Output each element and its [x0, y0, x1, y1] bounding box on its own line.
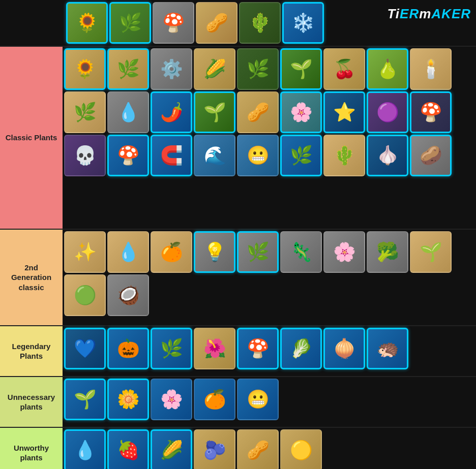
plant-laser-bean: ✨ — [64, 231, 106, 273]
classic-plants-row: Classic Plants 🌻 🌿 ⚙️ 🌽 🌿 🌱 🍒 🍐 🕯️ — [0, 47, 476, 230]
plant-homing-thistle: 🌱 — [410, 231, 452, 273]
plant-legend1: 💙 — [64, 328, 106, 369]
plant-sunflower-top: 🌻 — [66, 2, 108, 44]
legendary-content: 💙 🎃 🌿 🌺 🍄 🥬 🧅 🦔 — [63, 326, 476, 376]
plant-magnet-shroom: 🧲 — [151, 135, 192, 176]
plant-starfruit2: ⭐ — [323, 91, 365, 133]
plant-kernelpult: 🌽 — [194, 48, 235, 90]
unnecessary-row: Unnecessary plants 🌱 🌼 🌸 🍊 😬 — [0, 377, 476, 428]
unnecessary-label: Unnecessary plants — [0, 377, 63, 427]
plant-hypnoshroom: 🟣 — [367, 91, 408, 133]
legendary-label: Legendary Plants — [0, 326, 63, 376]
plant-guacodile: 🟢 — [64, 274, 106, 316]
plant-starfruit: 🌸 — [280, 91, 322, 133]
plant-scaredy-shroom: 💀 — [64, 135, 106, 176]
unworthy-content: 💧 🍓 🌽 🫐 🥜 🟡 — [63, 428, 476, 469]
classic-content: 🌻 🌿 ⚙️ 🌽 🌿 🌱 🍒 🍐 🕯️ 🌿 💧 — [63, 47, 476, 229]
plant-repeater: 🌿 — [107, 48, 149, 90]
plant-split-pea: 🌿 — [64, 91, 106, 133]
plant-pumpkin-weed: 🎃 — [107, 328, 149, 369]
plant-legend6: 🥬 — [280, 328, 322, 369]
plant-snowpea-top: ❄️ — [282, 2, 324, 44]
plant-unworthy1: 💧 — [64, 429, 106, 469]
plant-legend5: 🍄 — [237, 328, 279, 369]
plant-iceberg-lettuce: 💡 — [194, 231, 235, 273]
unworthy-label: Unworthy plants — [0, 428, 63, 469]
plant-citron: 🍊 — [151, 231, 192, 273]
plant-unworthy2: 🍓 — [107, 429, 149, 469]
plant-potato-mine: 🥔 — [410, 135, 452, 176]
plant-cherry-bomb: 🍒 — [323, 48, 365, 90]
plant-legend3: 🌿 — [151, 328, 192, 369]
plant-unworthy4: 🫐 — [194, 429, 235, 469]
plant-lightning-reed: 🌱 — [194, 91, 235, 133]
plant-legend7: 🧅 — [323, 328, 365, 369]
tiermaker-logo: TiERmAKER — [387, 6, 471, 22]
plant-wallnut-top: 🍄 — [153, 2, 194, 44]
plant-legend8: 🦔 — [367, 328, 408, 369]
plant-cactus-top: 🌵 — [239, 2, 281, 44]
plant-unnecessary5: 😬 — [237, 379, 279, 420]
plant-potato-top: 🥜 — [196, 2, 237, 44]
plant-squash: 🍐 — [367, 48, 408, 90]
plant-puffshroom: 🍄 — [410, 91, 452, 133]
plant-fume-shroom: 🦎 — [280, 231, 322, 273]
plant-tallnut: 🥜 — [237, 91, 279, 133]
plant-legend4: 🌺 — [194, 328, 235, 369]
plant-dandelion: 🌼 — [107, 379, 149, 420]
plant-cactus-classic: 🌵 — [323, 135, 365, 176]
plant-peashooter-top: 🌿 — [109, 2, 151, 44]
plant-torchwood: 🕯️ — [410, 48, 452, 90]
plant-unworthy3: 🌽 — [151, 429, 192, 469]
plant-chili-pepper: 🌶️ — [151, 91, 192, 133]
classic-label: Classic Plants — [0, 47, 63, 229]
plant-snapdragon: 💧 — [107, 231, 149, 273]
plant-unworthy5: 🥜 — [237, 429, 279, 469]
gen2-label: 2nd Generation classic — [0, 230, 63, 325]
gen2-row: 2nd Generation classic ✨ 💧 🍊 💡 🌿 🦎 🌸 🥦 — [0, 230, 476, 326]
plant-unworthy6: 🟡 — [280, 429, 322, 469]
plant-spikeweed: ⚙️ — [151, 48, 192, 90]
plant-daisy: 🌸 — [151, 379, 192, 420]
legendary-row: Legendary Plants 💙 🎃 🌿 🌺 🍄 🥬 🧅 🦔 — [0, 326, 476, 377]
plant-garlic: 🧄 — [367, 135, 408, 176]
plant-lily-pad: 🌿 — [280, 135, 322, 176]
plant-spitter: 🌿 — [237, 48, 279, 90]
plant-gatling-pea: 🌱 — [280, 48, 322, 90]
plant-twin-sunflower: 🌻 — [64, 48, 106, 90]
plant-unnecessary1: 🌱 — [64, 379, 106, 420]
plant-cattail: 💧 — [107, 91, 149, 133]
unworthy-row: Unworthy plants 💧 🍓 🌽 🫐 🥜 🟡 — [0, 428, 476, 469]
plant-aqua-shroom: 🌊 — [194, 135, 235, 176]
unnecessary-content: 🌱 🌼 🌸 🍊 😬 — [63, 377, 476, 427]
plant-grave-buster: 🌿 — [237, 231, 279, 273]
plant-unnecessary4: 🍊 — [194, 379, 235, 420]
plant-sun-shroom: 🍄 — [107, 135, 149, 176]
plant-chomper: 😬 — [237, 135, 279, 176]
plant-coconut-cannon: 🥥 — [107, 274, 149, 316]
plant-sun-bean: 🌸 — [323, 231, 365, 273]
plant-spore-shroom: 🥦 — [367, 231, 408, 273]
gen2-content: ✨ 💧 🍊 💡 🌿 🦎 🌸 🥦 🌱 🟢 🥥 — [63, 230, 476, 325]
